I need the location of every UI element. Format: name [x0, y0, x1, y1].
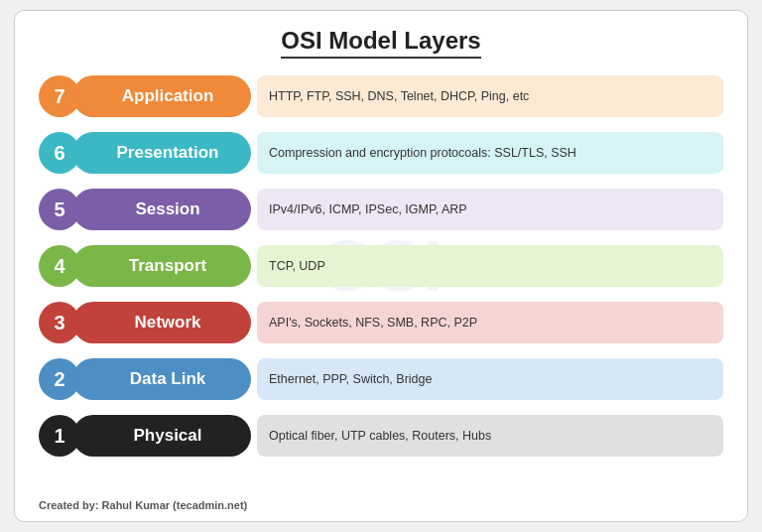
layer-desc-6: Compression and encryption protocoals: S…	[257, 132, 723, 174]
layer-desc-4: TCP, UDP	[257, 245, 723, 287]
card: OSI Model Layers OSI 7ApplicationHTTP, F…	[14, 10, 748, 522]
layer-row-5: 5SessionIPv4/IPv6, ICMP, IPSec, IGMP, AR…	[39, 184, 723, 235]
page-title: OSI Model Layers	[281, 27, 480, 59]
layer-number-7: 7	[39, 75, 80, 117]
layer-desc-2: Ethernet, PPP, Switch, Bridge	[257, 358, 723, 400]
layer-name-2: Data Link	[72, 358, 251, 400]
footer-prefix: Created by:	[39, 499, 102, 511]
layer-row-7: 7ApplicationHTTP, FTP, SSH, DNS, Telnet,…	[39, 70, 723, 122]
footer-author: Rahul Kumar (tecadmin.net)	[102, 499, 248, 511]
layer-number-5: 5	[39, 189, 80, 230]
layer-number-2: 2	[39, 358, 80, 400]
layer-row-3: 3NetworkAPI's, Sockets, NFS, SMB, RPC, P…	[39, 297, 723, 348]
layer-desc-1: Optical fiber, UTP cables, Routers, Hubs	[257, 415, 723, 457]
layer-name-4: Transport	[72, 245, 251, 287]
layer-row-2: 2Data LinkEthernet, PPP, Switch, Bridge	[39, 353, 723, 405]
layer-name-7: Application	[72, 75, 251, 117]
layer-desc-3: API's, Sockets, NFS, SMB, RPC, P2P	[257, 302, 723, 343]
layer-name-3: Network	[72, 302, 251, 343]
layer-number-4: 4	[39, 245, 80, 287]
layer-number-6: 6	[39, 132, 80, 174]
layer-row-6: 6PresentationCompression and encryption …	[39, 127, 723, 179]
layer-name-1: Physical	[72, 415, 251, 457]
layer-number-3: 3	[39, 302, 80, 343]
layer-row-4: 4TransportTCP, UDP	[39, 240, 723, 292]
layer-name-5: Session	[72, 189, 251, 230]
title-area: OSI Model Layers	[39, 27, 723, 59]
layers-container: 7ApplicationHTTP, FTP, SSH, DNS, Telnet,…	[39, 70, 723, 493]
layer-row-1: 1PhysicalOptical fiber, UTP cables, Rout…	[39, 410, 723, 462]
layer-name-6: Presentation	[72, 132, 251, 174]
layer-desc-5: IPv4/IPv6, ICMP, IPSec, IGMP, ARP	[257, 189, 723, 230]
footer: Created by: Rahul Kumar (tecadmin.net)	[39, 499, 723, 511]
layer-number-1: 1	[39, 415, 80, 457]
layer-desc-7: HTTP, FTP, SSH, DNS, Telnet, DHCP, Ping,…	[257, 75, 723, 117]
